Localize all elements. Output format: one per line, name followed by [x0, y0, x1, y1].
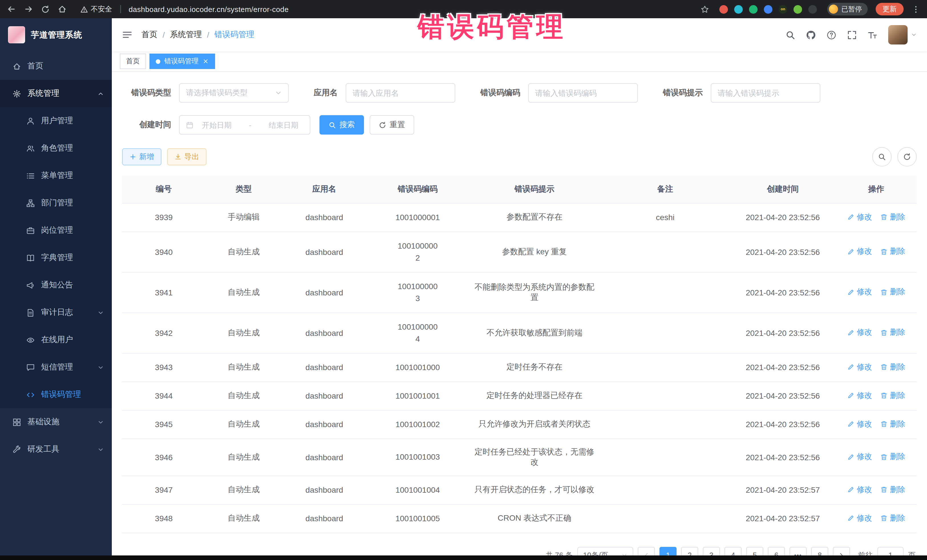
- sidebar-collapse-button[interactable]: [122, 30, 132, 40]
- header-search-button[interactable]: [786, 30, 795, 39]
- url-text[interactable]: dashboard.yudao.iocoder.cn/system/error-…: [129, 5, 289, 14]
- edit-link[interactable]: 修改: [847, 212, 872, 222]
- tab-close-icon[interactable]: [202, 58, 209, 64]
- refresh-table-button[interactable]: [897, 147, 917, 167]
- edit-link[interactable]: 修改: [847, 452, 872, 462]
- fullscreen-button[interactable]: [847, 30, 857, 39]
- tab[interactable]: 错误码管理: [149, 54, 215, 69]
- sidebar-item[interactable]: 用户管理: [0, 107, 112, 135]
- sidebar-item[interactable]: 研发工具: [0, 436, 112, 463]
- delete-link[interactable]: 删除: [880, 485, 905, 495]
- github-link[interactable]: [806, 30, 816, 39]
- pagination-page-5[interactable]: 5: [746, 546, 763, 555]
- tab-label: 错误码管理: [164, 56, 199, 66]
- prev-page-button[interactable]: [638, 546, 655, 555]
- error-code-input[interactable]: [535, 84, 631, 102]
- pagination-more[interactable]: •••: [790, 546, 807, 555]
- edit-link[interactable]: 修改: [847, 391, 872, 401]
- sidebar-item[interactable]: 系统管理: [0, 80, 112, 107]
- update-button[interactable]: 更新: [876, 3, 904, 15]
- sidebar-item[interactable]: 通知公告: [0, 272, 112, 299]
- error-type-select[interactable]: 请选择错误码类型: [179, 83, 289, 103]
- extension-blue-icon[interactable]: [764, 5, 772, 14]
- sidebar-item[interactable]: 短信管理: [0, 354, 112, 381]
- delete-link[interactable]: 删除: [880, 247, 905, 257]
- delete-link[interactable]: 删除: [880, 452, 905, 462]
- extension-green-leaf-icon[interactable]: [793, 5, 802, 14]
- sidebar-item[interactable]: 首页: [0, 52, 112, 80]
- sidebar-item[interactable]: 部门管理: [0, 189, 112, 217]
- megaphone-icon: [26, 281, 35, 290]
- extension-pin-icon[interactable]: [808, 5, 817, 14]
- sidebar-item[interactable]: 在线用户: [0, 326, 112, 354]
- sidebar-item[interactable]: 基础设施: [0, 408, 112, 436]
- page-size-select[interactable]: 10条/页: [577, 546, 633, 555]
- edit-link[interactable]: 修改: [847, 513, 872, 524]
- edit-link[interactable]: 修改: [847, 419, 872, 429]
- delete-link[interactable]: 删除: [880, 212, 905, 222]
- pagination-page-3[interactable]: 3: [703, 546, 720, 555]
- security-chip[interactable]: 不安全: [81, 4, 112, 14]
- sidebar-item[interactable]: 岗位管理: [0, 217, 112, 244]
- pagination-page-8[interactable]: 8: [811, 546, 828, 555]
- pagination-page-1[interactable]: 1: [660, 546, 676, 555]
- delete-link[interactable]: 删除: [880, 513, 905, 524]
- next-page-button[interactable]: [833, 546, 850, 555]
- table-row: 3941自动生成dashboard100100000 3不能删除类型为系统内置的…: [122, 272, 917, 313]
- start-date-input[interactable]: [197, 121, 237, 129]
- edit-link[interactable]: 修改: [847, 287, 872, 297]
- help-button[interactable]: [827, 30, 836, 39]
- profile-chip[interactable]: 已暂停: [827, 3, 868, 15]
- end-date-input[interactable]: [264, 121, 304, 129]
- edit-link[interactable]: 修改: [847, 485, 872, 495]
- delete-link[interactable]: 删除: [880, 362, 905, 372]
- goto-page-input[interactable]: [877, 546, 904, 555]
- pagination-page-2[interactable]: 2: [681, 546, 698, 555]
- extension-teal-icon[interactable]: [734, 5, 743, 14]
- delete-link[interactable]: 删除: [880, 419, 905, 429]
- delete-link[interactable]: 删除: [880, 287, 905, 297]
- error-hint-input[interactable]: [718, 84, 813, 102]
- tab[interactable]: 首页: [120, 54, 146, 69]
- edit-link[interactable]: 修改: [847, 362, 872, 372]
- delete-link[interactable]: 删除: [880, 391, 905, 401]
- app-logo[interactable]: 芋道管理系统: [0, 18, 112, 51]
- breadcrumb-item-system[interactable]: 系统管理: [170, 30, 202, 40]
- browser-forward-button[interactable]: [24, 5, 33, 14]
- bookmark-star-button[interactable]: [701, 5, 709, 14]
- delete-link[interactable]: 删除: [880, 328, 905, 338]
- extension-green-v-icon[interactable]: [749, 5, 758, 14]
- sidebar-item[interactable]: 审计日志: [0, 299, 112, 326]
- extension-dark-on-icon[interactable]: on: [779, 5, 787, 14]
- sidebar-item[interactable]: 菜单管理: [0, 162, 112, 189]
- app-name-input[interactable]: [353, 84, 448, 102]
- address-divider: [120, 5, 121, 13]
- search-button[interactable]: 搜索: [319, 115, 364, 135]
- edit-link[interactable]: 修改: [847, 247, 872, 257]
- sidebar-item[interactable]: 错误码管理: [0, 381, 112, 408]
- refresh-icon: [903, 153, 911, 161]
- cell-type: 自动生成: [206, 476, 282, 504]
- profile-label: 已暂停: [842, 4, 862, 14]
- sidebar-item[interactable]: 字典管理: [0, 244, 112, 272]
- pagination-page-4[interactable]: 4: [725, 546, 742, 555]
- edit-link[interactable]: 修改: [847, 328, 872, 338]
- cell-code: 1001000001: [367, 203, 469, 232]
- export-button[interactable]: 导出: [167, 148, 207, 165]
- user-avatar-menu[interactable]: [888, 25, 917, 44]
- browser-menu-button[interactable]: [912, 5, 920, 14]
- extension-red-icon[interactable]: [719, 5, 728, 14]
- browser-reload-button[interactable]: [41, 5, 50, 14]
- pagination-page-6[interactable]: 6: [768, 546, 785, 555]
- browser-back-button[interactable]: [7, 5, 16, 14]
- breadcrumb-item-home[interactable]: 首页: [141, 30, 158, 40]
- add-button[interactable]: 新增: [122, 148, 161, 165]
- font-size-button[interactable]: [868, 30, 877, 39]
- sidebar-item[interactable]: 角色管理: [0, 135, 112, 162]
- cell-hint: 定时任务已经处于该状态，无需修改: [469, 439, 600, 476]
- reset-button[interactable]: 重置: [370, 115, 414, 135]
- date-range-picker[interactable]: -: [179, 115, 310, 135]
- browser-home-button[interactable]: [58, 5, 67, 14]
- toggle-search-button[interactable]: [872, 147, 892, 167]
- edit-icon: [847, 420, 854, 428]
